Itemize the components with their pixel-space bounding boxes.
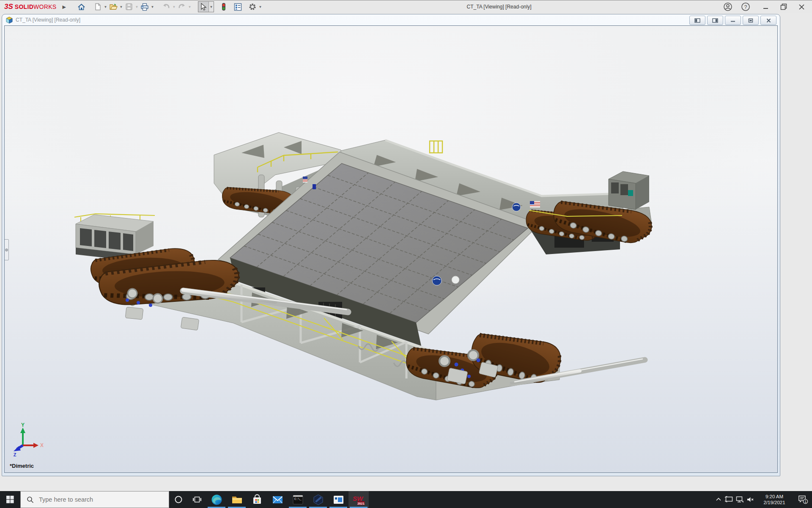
nasa-meatball-decal	[432, 276, 442, 285]
sw-year: 2021	[357, 502, 365, 505]
doc-pane-left-button[interactable]	[689, 16, 705, 25]
file-properties-button[interactable]	[233, 1, 244, 12]
new-document-dropdown[interactable]: ▼	[103, 2, 108, 12]
tray-date: 2/19/2021	[758, 500, 791, 505]
pane-right-icon	[712, 18, 718, 23]
select-tool-dropdown[interactable]: ▼	[208, 2, 214, 12]
cortana-icon	[174, 495, 183, 504]
rebuild-traffic-light-icon	[221, 3, 226, 11]
options-dropdown[interactable]: ▼	[258, 2, 263, 12]
menu-flyout-arrow[interactable]: ▶	[62, 4, 66, 10]
taskbar-app-file-explorer[interactable]	[227, 491, 247, 508]
taskbar-app-solidworks[interactable]: SW 2021	[348, 491, 369, 508]
rear-cab	[609, 171, 649, 210]
redo-button[interactable]	[176, 1, 187, 12]
cmd-label: C:\_	[294, 497, 302, 501]
tray-volume-button[interactable]	[745, 491, 755, 508]
account-icon	[723, 2, 732, 11]
print-dropdown[interactable]: ▼	[150, 2, 155, 12]
action-center-button[interactable]: 1	[793, 491, 812, 508]
close-icon	[798, 4, 805, 10]
action-center-icon: 1	[797, 494, 808, 505]
3d-model-crawler-transporter[interactable]	[5, 26, 778, 471]
task-view-button[interactable]	[188, 491, 206, 508]
tray-chevron-button[interactable]	[713, 491, 724, 508]
restore-button[interactable]	[777, 1, 790, 12]
doc-restore-button[interactable]	[743, 16, 759, 25]
network-icon	[735, 496, 744, 503]
home-button[interactable]	[76, 1, 87, 12]
chevron-up-icon	[715, 496, 722, 503]
restore-icon	[780, 3, 787, 10]
taskbar-app-store[interactable]	[247, 491, 267, 508]
redo-dropdown[interactable]: ▼	[187, 2, 192, 12]
new-document-button[interactable]	[92, 1, 103, 12]
cortana-button[interactable]	[169, 491, 188, 508]
undo-dropdown[interactable]: ▼	[172, 2, 176, 12]
options-button[interactable]	[247, 1, 258, 12]
graphics-area[interactable]: Y X Z *Dimetric	[4, 25, 778, 473]
triad-z-label: Z	[14, 452, 16, 457]
orientation-triad: Y X Z	[11, 422, 48, 457]
tray-cast-button[interactable]	[724, 491, 734, 508]
taskbar-app-mail[interactable]	[267, 491, 288, 508]
assembly-cube-icon	[5, 17, 13, 24]
splitter-grip	[5, 248, 8, 251]
undo-button[interactable]	[161, 1, 172, 12]
command-prompt-icon: C:\_	[292, 494, 304, 505]
save-icon	[125, 3, 133, 11]
document-titlebar[interactable]: CT_TA [Viewing] [Read-only]	[2, 14, 780, 25]
pane-left-icon	[694, 18, 700, 23]
screen-cast-icon	[725, 496, 733, 503]
file-explorer-icon	[231, 494, 243, 505]
notification-badge: 1	[804, 500, 807, 504]
help-button[interactable]: ?	[739, 1, 752, 12]
select-arrow-icon	[200, 3, 207, 11]
minimize-button[interactable]	[760, 1, 772, 12]
new-document-icon	[94, 3, 102, 11]
doc-restore-icon	[748, 18, 753, 23]
desktop: 3S SOLID WORKS ▶ ▼	[0, 0, 812, 508]
doc-close-button[interactable]	[760, 16, 776, 25]
print-icon	[140, 3, 149, 11]
save-button[interactable]	[123, 1, 134, 12]
help-icon: ?	[741, 2, 750, 11]
taskbar-app-edrawings[interactable]	[308, 491, 328, 508]
select-tool-pressed: ▼	[198, 1, 214, 12]
document-window: CT_TA [Viewing] [Read-only]	[2, 14, 780, 476]
sw-label: SW	[353, 495, 364, 502]
doc-minimize-button[interactable]	[725, 16, 741, 25]
nasa-meatball-decal-2	[512, 203, 521, 211]
open-dropdown[interactable]: ▼	[119, 2, 123, 12]
edge-icon	[211, 494, 222, 505]
account-button[interactable]	[721, 1, 734, 12]
start-button[interactable]	[0, 491, 20, 508]
doc-pane-right-button[interactable]	[707, 16, 723, 25]
feature-panel-splitter[interactable]	[4, 239, 9, 260]
doc-close-icon	[766, 18, 771, 23]
edrawings-icon	[313, 494, 324, 505]
view-orientation-label: *Dimetric	[10, 463, 34, 469]
print-button[interactable]	[139, 1, 150, 12]
taskbar-search[interactable]	[20, 491, 169, 508]
search-input[interactable]	[38, 496, 154, 503]
mail-icon	[272, 494, 283, 505]
options-gear-icon	[248, 3, 257, 11]
solidworks-logo-works: WORKS	[33, 3, 56, 10]
rebuild-button[interactable]	[218, 1, 229, 12]
save-dropdown[interactable]: ▼	[134, 2, 139, 12]
taskbar-app-command-prompt[interactable]: C:\_	[288, 491, 308, 508]
tray-clock[interactable]: 9:20 AM 2/19/2021	[758, 494, 791, 505]
taskbar-app-remote-window[interactable]	[328, 491, 348, 508]
app-titlebar: 3S SOLID WORKS ▶ ▼	[0, 0, 812, 13]
undo-icon	[162, 3, 170, 10]
taskbar-app-edge[interactable]	[206, 491, 227, 508]
close-button[interactable]	[795, 1, 808, 12]
doc-minimize-icon	[730, 18, 735, 22]
select-tool-button[interactable]	[198, 2, 208, 12]
open-button[interactable]	[108, 1, 119, 12]
open-icon	[109, 3, 118, 11]
windows-taskbar: C:\_ SW 2021	[0, 491, 812, 508]
tray-network-button[interactable]	[734, 491, 745, 508]
volume-muted-icon	[746, 496, 754, 503]
